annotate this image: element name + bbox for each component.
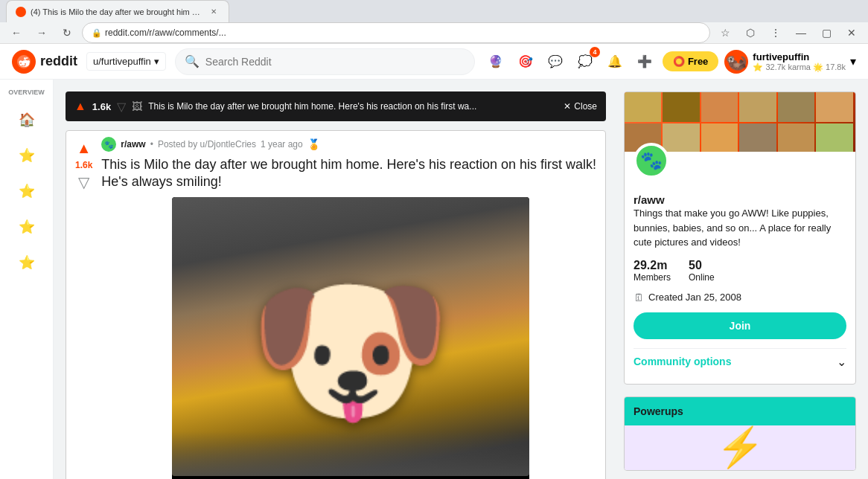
powerups-card: Powerups ⚡ <box>624 396 856 471</box>
powerups-header: Powerups <box>625 397 855 425</box>
maximize-button[interactable]: ▢ <box>816 22 837 43</box>
online-stat: 50 Online <box>689 259 715 283</box>
announcement-bar: ▲ 1.6k ▽ 🖼 This is Milo the day after we… <box>66 91 606 121</box>
community-card: 🐾 r/aww Things that make you go AWW! Lik… <box>624 91 856 385</box>
video-icon-button[interactable]: 🎯 <box>514 50 537 74</box>
sidebar-item-star3[interactable]: ⭐ <box>6 209 48 245</box>
banner-thumb-1 <box>625 92 661 122</box>
karma-icon: ⭐ <box>753 62 763 71</box>
subreddit-icon: 🐾 <box>101 137 116 152</box>
banner-thumb-4 <box>739 92 776 122</box>
user-chevron-icon: ▾ <box>850 54 856 68</box>
user-community-dropdown[interactable]: u/furtivepuffin ▾ <box>86 52 166 71</box>
community-avatar: 🐾 <box>634 143 669 179</box>
sidebar-item-star4[interactable]: ⭐ <box>6 245 48 280</box>
post-separator: • <box>150 139 153 150</box>
left-sidebar: OVERVIEW 🏠 ⭐ ⭐ ⭐ ⭐ <box>0 80 54 479</box>
close-x-icon: ✕ <box>564 101 571 112</box>
banner-thumb-2 <box>663 92 699 122</box>
user-account-menu[interactable]: 🦦 furtivepuffin ⭐ 32.7k karma 🌟 17.8k ▾ <box>724 50 856 74</box>
reddit-snoo-svg <box>16 54 31 69</box>
browser-address-bar: ← → ↻ 🔒 reddit.com/r/aww/comments/... ☆ … <box>0 22 868 44</box>
address-bar[interactable]: 🔒 reddit.com/r/aww/comments/... <box>82 22 710 43</box>
post-meta: 🐾 r/aww • Posted by u/DjontleCries 1 yea… <box>101 137 599 152</box>
online-count: 50 <box>689 259 715 272</box>
inbox-icon-button[interactable]: 🔔 <box>603 50 627 74</box>
gold-icon: 🌟 <box>813 62 823 71</box>
minimize-button[interactable]: — <box>791 22 811 43</box>
banner-thumb-9 <box>701 123 738 152</box>
sidebar-item-home[interactable]: 🏠 <box>6 102 48 138</box>
chat-icon-button[interactable]: 💬 <box>543 50 567 74</box>
banner-thumb-11 <box>778 123 814 152</box>
notification-badge: 4 <box>590 47 600 57</box>
karma-value: 32.7k karma <box>765 62 811 71</box>
sidebar-item-star1[interactable]: ⭐ <box>6 138 48 173</box>
ann-score: 1.6k <box>92 101 111 112</box>
ann-image-icon: 🖼 <box>132 100 142 112</box>
banner-thumb-3 <box>701 92 738 122</box>
announcement-text: This is Milo the day after we brought hi… <box>148 101 558 112</box>
banner-thumb-12 <box>816 123 852 152</box>
community-info: 🐾 r/aww Things that make you go AWW! Lik… <box>625 152 855 384</box>
community-name[interactable]: r/aww <box>634 193 846 206</box>
user-avatar: 🦦 <box>724 50 748 74</box>
popular-icon-button[interactable]: 🔮 <box>484 50 508 74</box>
upvote-button[interactable]: ▲ <box>77 140 92 157</box>
extensions-button[interactable]: ⬡ <box>740 22 761 43</box>
downvote-button[interactable]: ▽ <box>78 173 89 191</box>
tab-title: (4) This is Milo the day after we brough… <box>31 7 203 16</box>
gold-value: 17.8k <box>826 62 846 71</box>
ann-upvote-icon[interactable]: ▲ <box>74 100 86 113</box>
members-count: 29.2m <box>634 259 671 272</box>
lightning-icon: ⚡ <box>716 425 765 470</box>
banner-thumb-5 <box>778 92 814 122</box>
community-options-row[interactable]: Community options ⌄ <box>634 348 846 375</box>
sidebar-item-star2[interactable]: ⭐ <box>6 173 48 209</box>
image-dots-container <box>172 476 529 479</box>
announcement-close-button[interactable]: ✕ Close <box>564 101 597 112</box>
reddit-logo[interactable]: reddit <box>12 50 77 74</box>
coin-icon: ⭕ <box>673 56 685 67</box>
user-details: furtivepuffin ⭐ 32.7k karma 🌟 17.8k <box>753 51 846 72</box>
free-award-button[interactable]: ⭕ Free <box>663 51 718 71</box>
vote-column: ▲ 1.6k ▽ <box>72 137 95 479</box>
banner-collage <box>625 92 855 152</box>
community-options-label: Community options <box>634 356 731 367</box>
star-icon-2: ⭐ <box>19 183 35 199</box>
browser-tab-active[interactable]: (4) This is Milo the day after we brough… <box>6 0 229 22</box>
powerups-title: Powerups <box>634 405 683 417</box>
posted-by-text: Posted by u/DjontleCries <box>158 139 256 150</box>
post-image-container[interactable]: 🐶 <box>172 197 529 479</box>
back-button[interactable]: ← <box>6 22 27 43</box>
community-banner <box>625 92 855 152</box>
award-icon: 🏅 <box>307 138 320 150</box>
community-created: 🗓 Created Jan 25, 2008 <box>634 292 846 303</box>
dog-emoji: 🐶 <box>248 268 453 431</box>
reddit-icon <box>12 50 36 74</box>
ann-downvote-icon[interactable]: ▽ <box>117 100 126 114</box>
tab-close-button[interactable]: ✕ <box>208 6 220 18</box>
close-label: Close <box>574 101 597 112</box>
notification-container: 💭 4 <box>573 50 597 74</box>
chevron-down-icon: ⌄ <box>837 355 846 369</box>
refresh-button[interactable]: ↻ <box>57 22 77 43</box>
forward-button[interactable]: → <box>31 22 52 43</box>
address-text: reddit.com/r/aww/comments/... <box>105 28 226 38</box>
search-input[interactable] <box>205 56 465 68</box>
banner-thumb-10 <box>739 123 776 152</box>
right-sidebar: 🐾 r/aww Things that make you go AWW! Lik… <box>624 91 856 479</box>
banner-thumb-8 <box>663 123 699 152</box>
search-bar[interactable]: 🔍 <box>175 48 475 75</box>
time-ago: 1 year ago <box>261 139 303 150</box>
reddit-wordmark: reddit <box>40 54 77 69</box>
post-container: ▲ 1.6k ▽ 🖼 This is Milo the day after we… <box>66 91 606 479</box>
bookmark-button[interactable]: ☆ <box>715 22 735 43</box>
tab-favicon <box>16 7 26 17</box>
more-button[interactable]: ⋮ <box>765 22 786 43</box>
subreddit-link[interactable]: r/aww <box>121 139 145 150</box>
add-post-button[interactable]: ➕ <box>633 50 657 74</box>
close-window-button[interactable]: ✕ <box>841 22 862 43</box>
post-content: 🐾 r/aww • Posted by u/DjontleCries 1 yea… <box>101 137 599 479</box>
join-button[interactable]: Join <box>634 312 846 339</box>
